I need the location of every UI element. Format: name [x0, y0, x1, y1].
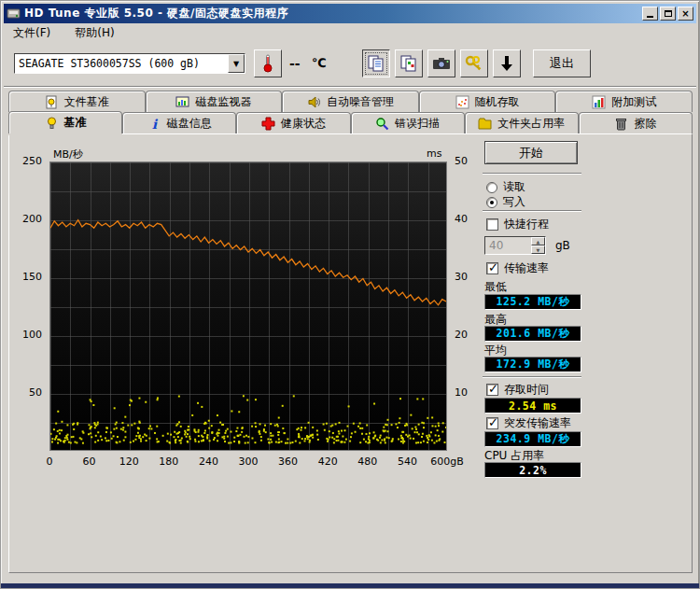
tab-file-benchmark[interactable]: 文件基准 — [8, 91, 146, 112]
divider — [483, 210, 581, 212]
tab-label: 错误扫描 — [395, 116, 440, 132]
burst-rate-value: 234.9 MB/秒 — [484, 431, 581, 447]
left-axis-ticks: 25020015010050 — [8, 161, 46, 451]
read-radio[interactable]: 读取 — [486, 179, 525, 195]
tab-aam[interactable]: 自动噪音管理 — [282, 91, 419, 112]
read-label: 读取 — [503, 179, 525, 195]
spinner-up-icon[interactable]: ▲ — [531, 237, 545, 245]
exit-button[interactable]: 退出 — [533, 49, 591, 77]
svg-text:i: i — [152, 117, 159, 131]
temperature-button[interactable] — [254, 49, 282, 77]
tab-disk-info[interactable]: i 磁盘信息 — [122, 112, 236, 133]
benchmark-plot-canvas — [50, 162, 446, 450]
axis-tick: 50 — [455, 155, 468, 167]
tab-label: 附加测试 — [611, 94, 656, 110]
transfer-rate-box[interactable] — [486, 262, 498, 274]
tab-folder-usage[interactable]: 文件夹占用率 — [465, 112, 579, 133]
tab-label: 健康状态 — [281, 116, 326, 132]
spinner-down-icon[interactable]: ▼ — [531, 245, 545, 254]
short-stroke-size-spinner[interactable]: 40 ▲▼ — [484, 236, 546, 255]
axis-tick: 10 — [455, 386, 468, 399]
axis-tick: 540 — [388, 456, 426, 468]
write-radio-circle[interactable] — [486, 197, 497, 208]
axis-tick: 420 — [309, 456, 346, 468]
tab-label: 基准 — [64, 115, 87, 131]
left-axis-unit: MB/秒 — [53, 147, 83, 161]
folder-icon — [478, 117, 492, 131]
tab-label: 文件基准 — [64, 94, 109, 110]
toolbar: SEAGATE ST3600057SS (600 gB) ▼ -- ℃ — [4, 43, 696, 87]
axis-tick: 0 — [31, 456, 68, 468]
transfer-rate-checkbox[interactable]: 传输速率 — [486, 260, 549, 276]
copy-text-button[interactable] — [362, 49, 390, 77]
screenshot-button[interactable] — [427, 49, 455, 77]
down-arrow-button[interactable] — [493, 49, 521, 77]
tab-extra-tests[interactable]: 附加测试 — [555, 91, 693, 112]
copy-text-icon — [367, 54, 385, 73]
chevron-down-icon[interactable]: ▼ — [228, 54, 245, 73]
down-arrow-icon — [498, 54, 515, 73]
disk-monitor-icon — [175, 95, 189, 109]
min-value: 125.2 MB/秒 — [484, 294, 581, 310]
minimize-button[interactable] — [642, 7, 658, 21]
thermometer-icon — [259, 53, 276, 74]
axis-tick: 250 — [8, 155, 42, 167]
burst-rate-checkbox[interactable]: 突发传输速率 — [486, 415, 571, 431]
menu-file[interactable]: 文件(F) — [9, 23, 54, 43]
tab-label: 磁盘监视器 — [195, 94, 251, 110]
app-icon — [7, 7, 21, 21]
axis-tick: 360 — [270, 456, 307, 468]
temperature-unit: ℃ — [312, 56, 327, 70]
copy-image-button[interactable] — [395, 49, 423, 77]
right-axis-ticks: 5040302010 — [451, 161, 488, 451]
axis-tick: 180 — [150, 456, 188, 468]
start-button[interactable]: 开始 — [484, 141, 578, 164]
access-time-box[interactable] — [486, 384, 498, 396]
window-bottom-edge — [1, 583, 699, 588]
short-stroke-checkbox[interactable]: 快捷行程 — [486, 217, 549, 232]
short-stroke-box[interactable] — [486, 218, 498, 231]
tab-disk-monitor[interactable]: 磁盘监视器 — [146, 91, 283, 112]
burst-rate-box[interactable] — [486, 417, 498, 429]
maximize-button[interactable] — [660, 7, 676, 21]
tab-row-secondary: 文件基准 磁盘监视器 自动噪音管理 随机存取 附加测试 — [8, 91, 693, 112]
window-title: HD Tune 专业版 5.50 - 硬盘/固态硬盘实用程序 — [24, 6, 288, 21]
tab-benchmark[interactable]: 基准 — [8, 111, 122, 133]
tab-label: 随机存取 — [475, 94, 520, 110]
app-window: HD Tune 专业版 5.50 - 硬盘/固态硬盘实用程序 × 文件(F) 帮… — [0, 0, 700, 589]
axis-tick: 200 — [8, 213, 42, 225]
tab-random-access[interactable]: 随机存取 — [419, 91, 556, 112]
start-label: 开始 — [519, 145, 543, 161]
title-bar[interactable]: HD Tune 专业版 5.50 - 硬盘/固态硬盘实用程序 × — [4, 4, 696, 23]
read-radio-circle[interactable] — [486, 182, 497, 193]
trash-icon — [614, 117, 628, 131]
close-button[interactable]: × — [678, 7, 693, 21]
drive-select[interactable]: SEAGATE ST3600057SS (600 gB) ▼ — [14, 53, 245, 74]
temperature-value: -- — [289, 56, 301, 71]
tab-label: 自动噪音管理 — [327, 94, 394, 110]
minimize-icon — [647, 16, 653, 18]
divider — [483, 173, 581, 175]
axis-tick: 100 — [8, 329, 42, 341]
avg-value: 172.9 MB/秒 — [484, 357, 581, 372]
axis-tick: 40 — [455, 213, 468, 225]
access-time-checkbox[interactable]: 存取时间 — [486, 382, 549, 398]
max-value: 201.6 MB/秒 — [484, 326, 581, 342]
axis-tick: 20 — [455, 329, 468, 341]
register-button[interactable] — [460, 49, 488, 77]
axis-tick: 150 — [8, 271, 42, 283]
benchmark-plot — [49, 161, 447, 451]
scatter-icon — [455, 95, 469, 109]
speaker-icon — [307, 95, 321, 109]
axis-tick: 120 — [110, 456, 147, 468]
tab-row-primary: 基准 i 磁盘信息 健康状态 错误扫描 文件夹占用率 擦除 — [8, 112, 693, 133]
axis-tick: 300 — [230, 456, 267, 468]
write-radio[interactable]: 写入 — [486, 194, 525, 210]
maximize-icon — [665, 10, 672, 17]
tab-error-scan[interactable]: 错误扫描 — [351, 112, 465, 133]
tab-health[interactable]: 健康状态 — [236, 112, 350, 133]
transfer-rate-label: 传输速率 — [504, 260, 549, 276]
menu-help[interactable]: 帮助(H) — [71, 23, 118, 43]
tab-erase[interactable]: 擦除 — [579, 112, 693, 133]
spinner-arrows[interactable]: ▲▼ — [531, 237, 545, 254]
